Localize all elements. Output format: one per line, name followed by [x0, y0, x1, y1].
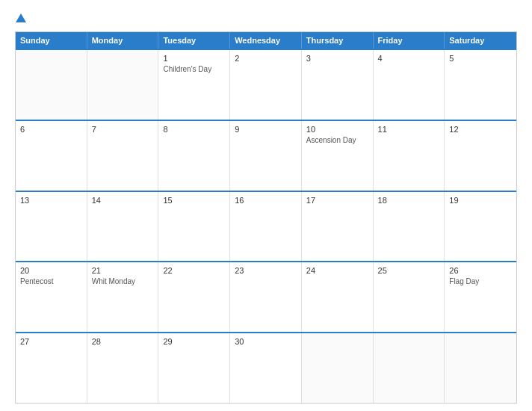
day-number: 24	[306, 266, 368, 275]
cal-cell	[445, 333, 516, 403]
day-number: 20	[20, 266, 82, 275]
day-number: 6	[20, 125, 82, 134]
day-event: Pentecost	[20, 276, 82, 286]
cal-cell: 8	[158, 121, 230, 191]
calendar: SundayMondayTuesdayWednesdayThursdayFrid…	[15, 31, 517, 404]
cal-header-monday: Monday	[87, 32, 159, 49]
day-number: 28	[92, 337, 154, 346]
cal-cell: 28	[87, 333, 159, 403]
day-number: 29	[163, 337, 225, 346]
cal-cell: 27	[16, 333, 87, 403]
day-number: 23	[235, 266, 297, 275]
day-number: 30	[235, 337, 297, 346]
day-number: 12	[449, 125, 512, 134]
day-number: 11	[378, 125, 440, 134]
cal-cell: 14	[87, 192, 159, 262]
cal-header-saturday: Saturday	[445, 32, 516, 49]
cal-cell: 23	[230, 262, 302, 332]
day-number: 21	[92, 266, 154, 275]
cal-week-5: 27282930	[16, 332, 516, 403]
cal-cell: 19	[445, 192, 516, 262]
cal-cell: 9	[230, 121, 302, 191]
page: SundayMondayTuesdayWednesdayThursdayFrid…	[0, 0, 532, 411]
cal-cell: 26Flag Day	[445, 262, 516, 332]
cal-week-1: 1Children's Day2345	[16, 49, 516, 120]
day-number: 5	[449, 54, 512, 63]
day-number: 26	[449, 266, 512, 275]
calendar-body: 1Children's Day2345678910Ascension Day11…	[16, 49, 516, 403]
cal-cell	[87, 50, 159, 120]
cal-cell: 4	[374, 50, 445, 120]
cal-cell: 22	[158, 262, 230, 332]
cal-cell: 20Pentecost	[16, 262, 87, 332]
cal-header-thursday: Thursday	[302, 32, 374, 49]
day-number: 7	[92, 125, 154, 134]
cal-cell: 11	[374, 121, 445, 191]
day-number: 2	[235, 54, 297, 63]
cal-week-4: 20Pentecost21Whit Monday2223242526Flag D…	[16, 261, 516, 332]
logo-triangle-icon	[16, 13, 26, 22]
day-number: 18	[378, 196, 440, 205]
cal-cell: 21Whit Monday	[87, 262, 159, 332]
cal-cell: 25	[374, 262, 445, 332]
day-number: 22	[163, 266, 225, 275]
cal-cell	[374, 333, 445, 403]
cal-cell: 6	[16, 121, 87, 191]
day-number: 27	[20, 337, 82, 346]
calendar-header-row: SundayMondayTuesdayWednesdayThursdayFrid…	[16, 32, 516, 49]
cal-cell: 16	[230, 192, 302, 262]
cal-cell: 1Children's Day	[158, 50, 230, 120]
day-number: 25	[378, 266, 440, 275]
header	[15, 13, 517, 24]
day-number: 16	[235, 196, 297, 205]
cal-cell	[302, 333, 374, 403]
cal-header-sunday: Sunday	[16, 32, 87, 49]
cal-header-friday: Friday	[374, 32, 445, 49]
day-event: Ascension Day	[306, 135, 368, 145]
cal-header-tuesday: Tuesday	[158, 32, 230, 49]
cal-cell: 10Ascension Day	[302, 121, 374, 191]
cal-cell: 13	[16, 192, 87, 262]
cal-header-wednesday: Wednesday	[230, 32, 302, 49]
logo	[15, 13, 26, 24]
day-number: 4	[378, 54, 440, 63]
day-number: 14	[92, 196, 154, 205]
day-number: 19	[449, 196, 512, 205]
cal-cell: 29	[158, 333, 230, 403]
cal-cell: 2	[230, 50, 302, 120]
day-number: 15	[163, 196, 225, 205]
day-number: 8	[163, 125, 225, 134]
cal-cell: 7	[87, 121, 159, 191]
day-number: 3	[306, 54, 368, 63]
cal-cell	[16, 50, 87, 120]
day-event: Flag Day	[449, 276, 512, 286]
cal-week-2: 678910Ascension Day1112	[16, 120, 516, 191]
cal-cell: 3	[302, 50, 374, 120]
cal-cell: 12	[445, 121, 516, 191]
day-event: Children's Day	[163, 64, 225, 74]
cal-cell: 17	[302, 192, 374, 262]
cal-cell: 18	[374, 192, 445, 262]
day-number: 13	[20, 196, 82, 205]
day-event: Whit Monday	[92, 276, 154, 286]
cal-cell: 15	[158, 192, 230, 262]
cal-cell: 24	[302, 262, 374, 332]
day-number: 9	[235, 125, 297, 134]
cal-cell: 30	[230, 333, 302, 403]
day-number: 1	[163, 54, 225, 63]
cal-cell: 5	[445, 50, 516, 120]
cal-week-3: 13141516171819	[16, 191, 516, 262]
day-number: 17	[306, 196, 368, 205]
day-number: 10	[306, 125, 368, 134]
